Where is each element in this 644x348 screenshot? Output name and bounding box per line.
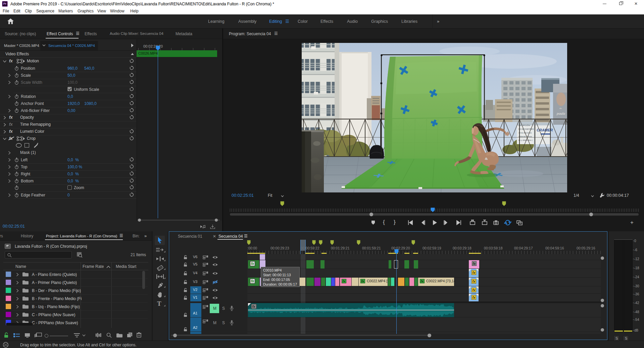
svg-text:mbiente intimo: mbiente intimo (518, 135, 532, 137)
svg-text:fx: fx (252, 305, 255, 308)
svg-text:ilo y distinción |: ilo y distinción | (518, 139, 533, 141)
svg-text:DA OPCIÓN: DA OPCIÓN (518, 124, 530, 126)
svg-text:do: do (559, 107, 562, 110)
svg-text:paula: paula (556, 111, 565, 115)
